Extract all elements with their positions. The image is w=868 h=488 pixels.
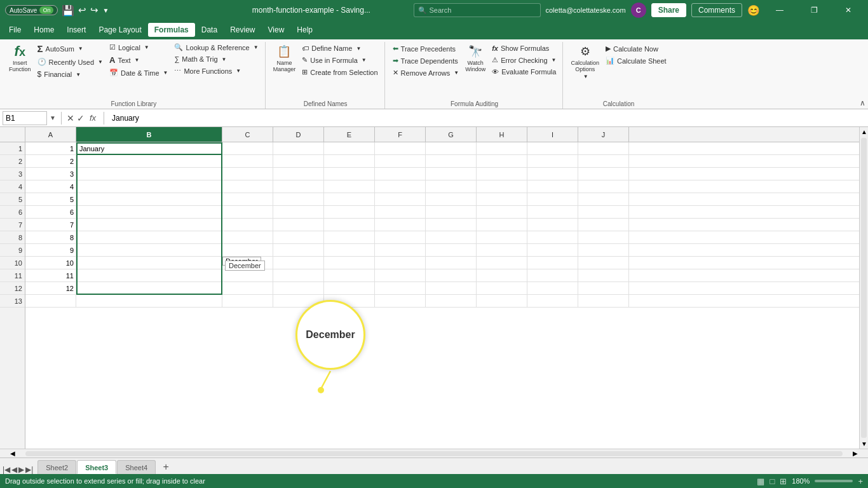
cell-E2[interactable]	[324, 155, 375, 168]
menu-formulas[interactable]: Formulas	[148, 23, 195, 37]
sheet-first-button[interactable]: |◀	[3, 465, 10, 474]
cell-A5[interactable]: 5	[25, 193, 76, 206]
sheet-next-button[interactable]: ▶	[18, 465, 24, 474]
text-dropdown-icon[interactable]: ▼	[135, 57, 140, 63]
date-dropdown-icon[interactable]: ▼	[163, 70, 168, 76]
watch-window-button[interactable]: 🔭 WatchWindow	[463, 42, 488, 75]
close-button[interactable]: ✕	[834, 0, 863, 20]
cell-A9[interactable]: 9	[25, 244, 76, 257]
trace-dependents-button[interactable]: ➡ Trace Dependents	[390, 55, 462, 66]
recently-used-button[interactable]: 🕐 Recently Used ▼	[35, 57, 105, 67]
cell-I1[interactable]	[527, 142, 578, 155]
autosave-toggle[interactable]: AutoSave On	[5, 5, 58, 15]
trace-precedents-button[interactable]: ⬅ Trace Precedents	[390, 43, 462, 54]
cell-B1[interactable]: January	[76, 142, 222, 155]
use-in-formula-button[interactable]: ✎ Use in Formula ▼	[299, 55, 380, 65]
calculate-sheet-button[interactable]: 📊 Calculate Sheet	[603, 55, 669, 66]
logical-button[interactable]: ☑ Logical ▼	[107, 42, 170, 53]
scroll-right-button[interactable]: ▶	[843, 449, 868, 458]
sheet-tab-sheet2[interactable]: Sheet2	[37, 460, 76, 474]
menu-view[interactable]: View	[262, 23, 291, 37]
menu-data[interactable]: Data	[195, 23, 224, 37]
zoom-slider[interactable]	[815, 480, 853, 482]
error-checking-button[interactable]: ⚠ Error Checking ▼	[489, 55, 559, 65]
col-header-D[interactable]: D	[273, 127, 324, 142]
cell-H1[interactable]	[477, 142, 527, 155]
minimize-button[interactable]: —	[765, 0, 794, 20]
cell-B9[interactable]	[76, 244, 222, 257]
ribbon-collapse-button[interactable]: ∧	[860, 98, 865, 107]
h-scroll-track[interactable]	[25, 451, 843, 456]
remove-arrows-dropdown-icon[interactable]: ▼	[454, 70, 459, 76]
page-layout-icon[interactable]: □	[770, 477, 775, 486]
cell-B7[interactable]	[76, 219, 222, 231]
save-icon[interactable]: 💾	[62, 4, 74, 17]
text-button[interactable]: A Text ▼	[107, 54, 170, 66]
col-header-J[interactable]: J	[578, 127, 629, 142]
row-header-10[interactable]: 10	[0, 257, 25, 269]
vertical-scrollbar[interactable]: ▲ ▼	[859, 127, 868, 449]
cell-D2[interactable]	[273, 155, 324, 168]
cell-A8[interactable]: 8	[25, 231, 76, 244]
row-header-6[interactable]: 6	[0, 206, 25, 219]
cell-reference-box[interactable]: B1	[3, 111, 47, 125]
row-header-2[interactable]: 2	[0, 155, 25, 168]
row-header-7[interactable]: 7	[0, 219, 25, 231]
more-functions-button[interactable]: ⋯ More Functions ▼	[172, 65, 261, 76]
cell-J2[interactable]	[578, 155, 629, 168]
cell-B11[interactable]	[76, 269, 222, 282]
cell-C3[interactable]	[222, 168, 273, 180]
cell-A7[interactable]: 7	[25, 219, 76, 231]
cell-A1[interactable]: 1	[25, 142, 76, 155]
row-header-9[interactable]: 9	[0, 244, 25, 257]
name-manager-button[interactable]: 📋 NameManager	[271, 42, 299, 75]
expand-icon[interactable]: ▼	[50, 114, 56, 121]
math-trig-button[interactable]: ∑ Math & Trig ▼	[172, 54, 261, 64]
cell-A11[interactable]: 11	[25, 269, 76, 282]
cell-H2[interactable]	[477, 155, 527, 168]
cell-B6[interactable]	[76, 206, 222, 219]
cell-G2[interactable]	[426, 155, 477, 168]
cell-B4[interactable]	[76, 180, 222, 193]
col-header-I[interactable]: I	[527, 127, 578, 142]
menu-review[interactable]: Review	[224, 23, 261, 37]
add-sheet-button[interactable]: +	[159, 460, 173, 474]
corner-cell[interactable]	[0, 127, 25, 142]
col-header-B[interactable]: B	[76, 127, 222, 142]
cell-J1[interactable]	[578, 142, 629, 155]
scroll-left-button[interactable]: ◀	[0, 449, 25, 458]
menu-home[interactable]: Home	[27, 23, 60, 37]
share-button[interactable]: Share	[651, 3, 686, 17]
calc-options-dropdown-icon[interactable]: ▼	[583, 74, 588, 79]
cancel-icon[interactable]: ✕	[67, 113, 74, 123]
math-dropdown-icon[interactable]: ▼	[222, 57, 227, 62]
cell-B5[interactable]	[76, 193, 222, 206]
menu-file[interactable]: File	[3, 23, 27, 37]
insert-function-button[interactable]: fx InsertFunction	[6, 42, 34, 75]
row-header-13[interactable]: 13	[0, 295, 25, 308]
create-from-selection-button[interactable]: ⊞ Create from Selection	[299, 67, 380, 78]
cell-C1[interactable]	[222, 142, 273, 155]
autosum-dropdown-icon[interactable]: ▼	[78, 46, 83, 51]
error-dropdown-icon[interactable]: ▼	[552, 57, 557, 63]
menu-page-layout[interactable]: Page Layout	[92, 23, 147, 37]
recently-used-dropdown-icon[interactable]: ▼	[98, 59, 103, 65]
logical-dropdown-icon[interactable]: ▼	[144, 44, 149, 50]
cell-F1[interactable]	[375, 142, 426, 155]
financial-dropdown-icon[interactable]: ▼	[76, 72, 81, 78]
cell-B13[interactable]	[76, 295, 222, 308]
menu-insert[interactable]: Insert	[60, 23, 92, 37]
cell-F2[interactable]	[375, 155, 426, 168]
row-header-12[interactable]: 12	[0, 282, 25, 295]
sheet-last-button[interactable]: ▶|	[25, 465, 33, 474]
cell-A2[interactable]: 2	[25, 155, 76, 168]
col-header-C[interactable]: C	[222, 127, 273, 142]
calculate-now-button[interactable]: ▶ Calculate Now	[603, 43, 669, 54]
lookup-dropdown-icon[interactable]: ▼	[254, 44, 259, 50]
cell-D1[interactable]	[273, 142, 324, 155]
sheet-prev-button[interactable]: ◀	[11, 465, 17, 474]
cell-A10[interactable]: 10	[25, 257, 76, 269]
search-box[interactable]: 🔍 Search	[414, 3, 541, 17]
lookup-reference-button[interactable]: 🔍 Lookup & Reference ▼	[172, 42, 261, 53]
avatar[interactable]: C	[631, 3, 646, 18]
